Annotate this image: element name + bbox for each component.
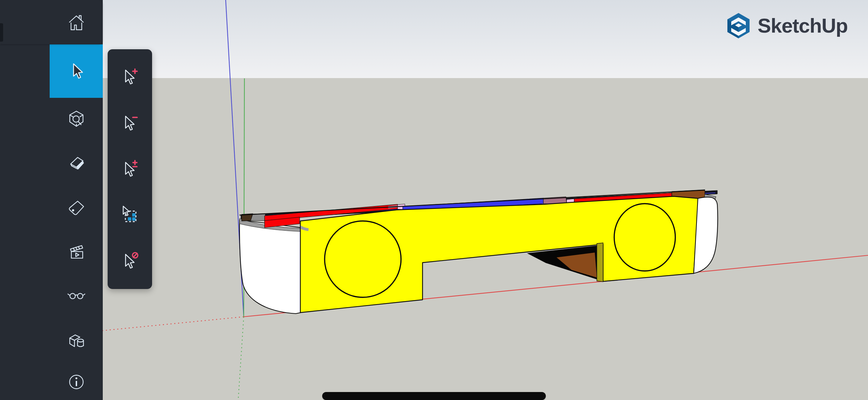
tool-eraser[interactable] [50, 142, 103, 185]
box-magnifier-icon [66, 109, 86, 129]
cursor-marquee-icon [120, 205, 139, 224]
tool-info[interactable] [50, 361, 103, 400]
left-toolbar-rail [0, 0, 103, 400]
tool-styles[interactable] [50, 273, 103, 315]
flyout-select-box[interactable] [108, 198, 152, 231]
cursor-none-icon [120, 251, 139, 270]
tool-scenes[interactable] [50, 230, 103, 273]
flyout-select-none[interactable] [108, 244, 152, 277]
select-cursor-icon [67, 61, 86, 81]
eraser-icon [66, 153, 86, 173]
home-button[interactable] [50, 0, 103, 44]
flyout-select-add[interactable] [108, 60, 152, 93]
select-tool-flyout [108, 49, 152, 289]
cursor-plus-minus-icon [120, 159, 139, 178]
tag-icon [66, 197, 86, 218]
flyout-select-add-subtract[interactable] [108, 152, 152, 185]
sketchup-cube-icon [724, 10, 753, 41]
flyout-select-subtract[interactable] [108, 106, 152, 139]
panel-edge-tab[interactable] [0, 23, 3, 42]
home-icon [66, 12, 86, 32]
box-cylinder-icon [66, 330, 86, 350]
home-indicator-bar[interactable] [322, 392, 546, 400]
tool-select[interactable] [50, 44, 103, 98]
glasses-icon [66, 284, 86, 304]
sketchup-logo: SketchUp [724, 10, 848, 41]
logo-wordmark: SketchUp [758, 10, 848, 41]
tool-search-model[interactable] [50, 98, 103, 141]
clapperboard-play-icon [66, 242, 86, 262]
cursor-plus-icon [120, 67, 139, 86]
tool-tag[interactable] [50, 186, 103, 229]
info-circle-icon [66, 372, 86, 392]
cursor-minus-icon [120, 113, 139, 132]
model-notch-olive-wall [597, 243, 603, 282]
tool-components[interactable] [50, 318, 103, 361]
